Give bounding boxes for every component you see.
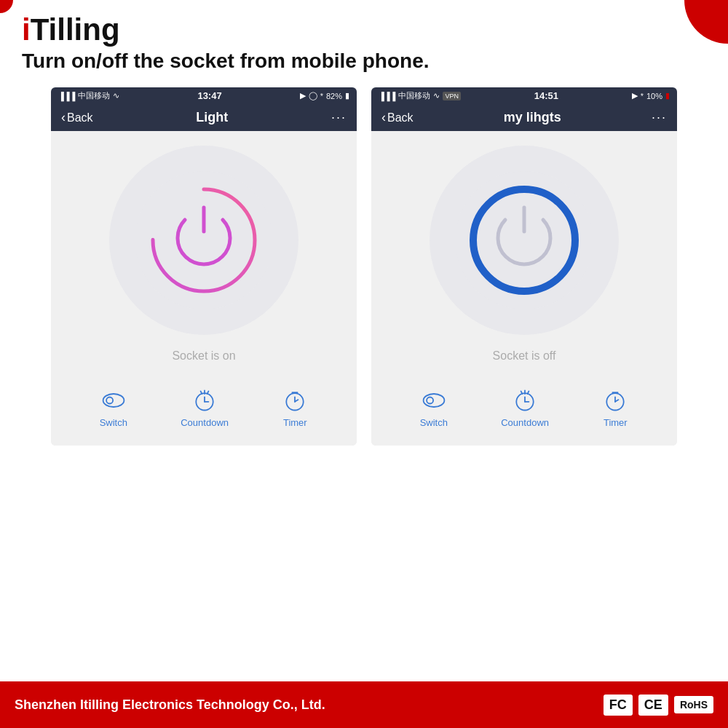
power-area-off[interactable] [430, 146, 619, 335]
alarm-icon-on: ◯ [309, 91, 317, 100]
nav-bar-off: ‹ Back my lihgts ··· [371, 104, 677, 131]
back-label-off: Back [387, 111, 414, 124]
countdown-icon-on[interactable]: Countdown [181, 387, 229, 428]
back-button-on[interactable]: ‹ Back [61, 110, 93, 125]
rohs-badge: RoHS [674, 696, 713, 713]
tagline: Turn on/off the socket from mobile phone… [22, 50, 706, 73]
power-button-off-svg [451, 167, 597, 313]
countdown-svg-on [191, 387, 218, 414]
vpn-badge: VPN [443, 92, 461, 100]
timer-icon-on[interactable]: Timer [282, 387, 308, 428]
countdown-label-on: Countdown [181, 417, 229, 428]
switch-icon-on[interactable]: Switch [100, 387, 127, 428]
time-on: 13:47 [197, 90, 221, 101]
power-button-on-svg [131, 167, 277, 313]
ce-badge: CE [638, 695, 668, 716]
phone-body-off: Socket is off Switch [371, 131, 677, 446]
status-bar-on: ▐▐▐ 中国移动 ∿ 13:47 ▶ ◯ * 82% ▮ [51, 87, 357, 104]
nav-bar-on: ‹ Back Light ··· [51, 104, 357, 131]
phone-on: ▐▐▐ 中国移动 ∿ 13:47 ▶ ◯ * 82% ▮ ‹ Back Ligh… [51, 87, 357, 446]
carrier-on: 中国移动 [78, 90, 110, 101]
status-left-on: ▐▐▐ 中国移动 ∿ [58, 90, 119, 101]
cert-logos: FC CE RoHS [604, 695, 713, 716]
nav-dots-on[interactable]: ··· [331, 110, 347, 125]
carrier-off: 中国移动 [398, 90, 430, 101]
status-bar-off: ▐▐▐ 中国移动 ∿ VPN 14:51 ▶ * 10% ▮ [371, 87, 677, 104]
battery-off: 10% [646, 92, 662, 100]
bottom-icons-on: Switch Countdown [58, 380, 349, 438]
chevron-icon-on: ‹ [61, 110, 66, 125]
phone-body-on: Socket is on Switch [51, 131, 357, 446]
footer: Shenzhen Itilling Electronics Technology… [0, 681, 728, 728]
brand-title: iTilling [22, 13, 706, 47]
switch-svg-on [100, 387, 127, 414]
bt-icon-on: * [320, 92, 323, 100]
timer-label-off: Timer [604, 417, 628, 428]
socket-status-off: Socket is off [493, 349, 556, 363]
wifi-icon-on: ∿ [113, 91, 119, 100]
fc-badge: FC [604, 695, 633, 716]
status-right-on: ▶ ◯ * 82% ▮ [300, 91, 349, 100]
chevron-icon-off: ‹ [381, 110, 386, 125]
battery-icon-on: ▮ [345, 91, 349, 100]
nav-title-on: Light [196, 110, 228, 125]
nav-title-off: my lihgts [504, 110, 561, 125]
switch-svg-off [421, 387, 447, 414]
battery-icon-off: ▮ [665, 91, 670, 100]
wifi-icon-off: ∿ [433, 91, 440, 100]
nav-dots-off[interactable]: ··· [652, 110, 667, 125]
back-label-on: Back [67, 111, 93, 124]
location-icon-on: ▶ [300, 91, 306, 100]
status-right-off: ▶ * 10% ▮ [632, 91, 670, 100]
timer-svg-off [602, 387, 628, 414]
socket-status-on: Socket is on [172, 349, 235, 363]
battery-on: 82% [326, 92, 342, 100]
phones-container: ▐▐▐ 中国移动 ∿ 13:47 ▶ ◯ * 82% ▮ ‹ Back Ligh… [0, 80, 728, 453]
header: iTilling Turn on/off the socket from mob… [0, 0, 728, 80]
power-area-on[interactable] [109, 146, 298, 335]
status-left-off: ▐▐▐ 中国移动 ∿ VPN [379, 90, 461, 101]
timer-label-on: Timer [283, 417, 307, 428]
company-name: Shenzhen Itilling Electronics Technology… [15, 697, 325, 713]
bottom-icons-off: Switch Countdown [379, 380, 670, 438]
timer-icon-off[interactable]: Timer [602, 387, 628, 428]
countdown-label-off: Countdown [501, 417, 549, 428]
bt-icon-off: * [641, 92, 644, 100]
back-button-off[interactable]: ‹ Back [381, 110, 414, 125]
timer-svg-on [282, 387, 308, 414]
phone-off: ▐▐▐ 中国移动 ∿ VPN 14:51 ▶ * 10% ▮ ‹ Back my… [371, 87, 677, 446]
svg-point-4 [106, 397, 113, 404]
svg-point-0 [135, 171, 273, 309]
switch-icon-off[interactable]: Switch [420, 387, 448, 428]
switch-label-off: Switch [420, 417, 448, 428]
countdown-svg-off [512, 387, 538, 414]
countdown-icon-off[interactable]: Countdown [501, 387, 549, 428]
time-off: 14:51 [534, 90, 558, 101]
switch-label-on: Switch [100, 417, 127, 428]
location-icon-off: ▶ [632, 91, 638, 100]
brand-i: i [22, 12, 31, 47]
signal-icon-on: ▐▐▐ [58, 92, 75, 100]
signal-icon-off: ▐▐▐ [379, 92, 395, 100]
svg-point-19 [427, 397, 433, 404]
brand-tilling: Tilling [31, 12, 120, 47]
